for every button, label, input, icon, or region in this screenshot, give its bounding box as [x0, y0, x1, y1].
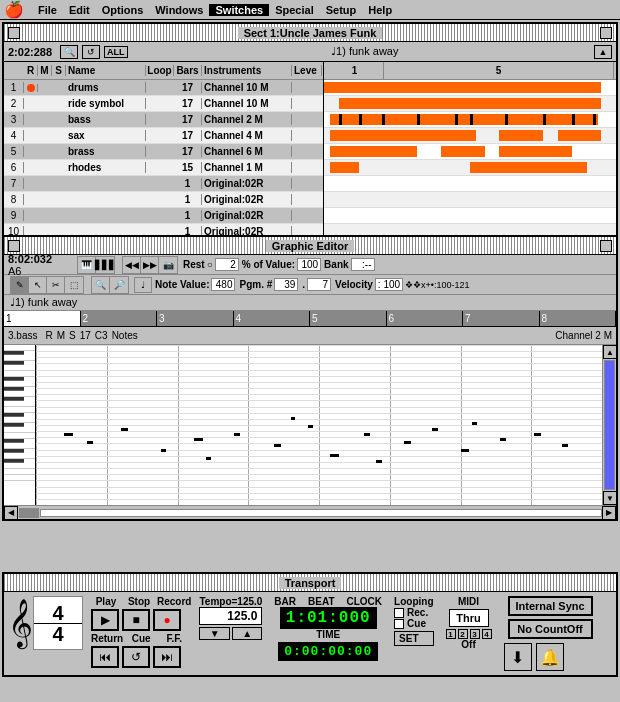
- sect-toolbar: 2:02:288 🔍 ↺ ALL ♩1) funk away ▲: [4, 42, 616, 62]
- menu-setup[interactable]: Setup: [320, 4, 363, 16]
- pattern-row[interactable]: [324, 176, 616, 192]
- menu-options[interactable]: Options: [96, 4, 150, 16]
- ge-dot7-val[interactable]: 7: [307, 278, 331, 291]
- ge-hscroll-thumb[interactable]: [19, 508, 39, 518]
- record-button[interactable]: ●: [153, 609, 181, 631]
- track-row[interactable]: 81Original:02R: [4, 192, 323, 208]
- ge-hscroll-left[interactable]: ◀: [4, 506, 18, 520]
- ge-scroll-down[interactable]: ▼: [603, 491, 616, 505]
- pattern-row[interactable]: [324, 80, 616, 96]
- piano-key[interactable]: [4, 475, 35, 481]
- pattern-row[interactable]: [324, 112, 616, 128]
- track-row[interactable]: 6rhodes15Channel 1 M: [4, 160, 323, 176]
- pattern-row[interactable]: [324, 160, 616, 176]
- track-bars: 15: [174, 162, 202, 173]
- ge-vel-val[interactable]: : 100: [375, 278, 403, 291]
- ge-tool-arrow[interactable]: ↖: [29, 277, 47, 293]
- ge-hscroll-right[interactable]: ▶: [602, 506, 616, 520]
- ge-zoom-tools: 🔍 🔎: [91, 276, 129, 294]
- midi-label: MIDI: [458, 596, 479, 607]
- track-row[interactable]: 71Original:02R: [4, 176, 323, 192]
- pattern-row[interactable]: [324, 144, 616, 160]
- tempo-value[interactable]: 125.0: [199, 607, 262, 625]
- pattern-row[interactable]: [324, 96, 616, 112]
- ge-bank-val[interactable]: :--: [351, 258, 375, 271]
- track-bars: 1: [174, 210, 202, 221]
- ge-tool-erase[interactable]: ⬚: [65, 277, 83, 293]
- ge-scroll-thumb[interactable]: [604, 360, 615, 490]
- menu-windows[interactable]: Windows: [149, 4, 209, 16]
- pattern-ruler: 1 5: [324, 62, 616, 80]
- track-row[interactable]: 91Original:02R: [4, 208, 323, 224]
- loop-cue-checkbox[interactable]: [394, 619, 404, 629]
- menu-edit[interactable]: Edit: [63, 4, 96, 16]
- ge-tool-note[interactable]: ♩: [134, 277, 152, 293]
- ge-noteval-val[interactable]: 480: [211, 278, 235, 291]
- track-rec[interactable]: [24, 84, 38, 92]
- track-row[interactable]: 2ride symbol17Channel 10 M: [4, 96, 323, 112]
- col-level: Leve: [292, 65, 322, 76]
- note-block: [404, 441, 411, 444]
- all-button[interactable]: ALL: [104, 46, 128, 58]
- ge-tool-next[interactable]: ▶▶: [141, 257, 159, 273]
- tempo-up[interactable]: ▲: [232, 627, 262, 640]
- play-button[interactable]: ▶: [91, 609, 119, 631]
- ge-rest-val[interactable]: 2: [215, 258, 239, 271]
- ge-tools-nav: ◀◀ ▶▶ 📷: [122, 256, 178, 274]
- track-row[interactable]: 4sax17Channel 4 M: [4, 128, 323, 144]
- ge-tool-bars[interactable]: ▋▋▋: [96, 257, 114, 273]
- download-icon-2[interactable]: 🔔: [536, 643, 564, 671]
- track-rows: 1drums17Channel 10 M2ride symbol17Channe…: [4, 80, 323, 240]
- ge-tool-pencil[interactable]: ✎: [11, 277, 29, 293]
- ge-tool-zoom-in[interactable]: 🔍: [92, 277, 110, 293]
- apple-menu-icon[interactable]: 🍎: [4, 0, 24, 19]
- ge-tool-prev[interactable]: ◀◀: [123, 257, 141, 273]
- pattern-rows: [324, 80, 616, 240]
- ge-tool-camera[interactable]: 📷: [159, 257, 177, 273]
- ge-tool-scissors[interactable]: ✂: [47, 277, 65, 293]
- no-count-off-button[interactable]: No CountOff: [508, 619, 593, 639]
- ge-roll[interactable]: [36, 345, 602, 505]
- pattern-row[interactable]: [324, 128, 616, 144]
- ge-pct-val[interactable]: 100: [297, 258, 321, 271]
- ge-func-row: ♩1) funk away: [4, 295, 616, 311]
- search-btn[interactable]: 🔍: [60, 45, 78, 59]
- grid-hline: [36, 413, 602, 414]
- set-button[interactable]: SET: [394, 631, 433, 646]
- track-row[interactable]: 1drums17Channel 10 M: [4, 80, 323, 96]
- loop-rec-checkbox[interactable]: [394, 608, 404, 618]
- pattern-row[interactable]: [324, 208, 616, 224]
- ge-hscroll-track[interactable]: [40, 509, 602, 517]
- ge-tool-piano[interactable]: 🎹: [78, 257, 96, 273]
- pattern-block: [499, 130, 543, 141]
- ge-pgm-val[interactable]: 39: [274, 278, 298, 291]
- menu-help[interactable]: Help: [362, 4, 398, 16]
- tempo-down[interactable]: ▼: [199, 627, 229, 640]
- menu-file[interactable]: File: [32, 4, 63, 16]
- cue-button[interactable]: ↺: [122, 646, 150, 668]
- ge-scroll-up[interactable]: ▲: [603, 345, 616, 359]
- download-icon-1[interactable]: ⬇: [504, 643, 532, 671]
- zoom-box[interactable]: [600, 27, 612, 39]
- track-row[interactable]: 5brass17Channel 6 M: [4, 144, 323, 160]
- track-num: 5: [4, 146, 24, 157]
- ge-dot7-label: .: [302, 279, 305, 290]
- pattern-row[interactable]: [324, 192, 616, 208]
- ge-tool-zoom-out[interactable]: 🔎: [110, 277, 128, 293]
- close-box[interactable]: [8, 27, 20, 39]
- return-button[interactable]: ⏮: [91, 646, 119, 668]
- ff-button[interactable]: ⏭: [153, 646, 181, 668]
- sect-scroll-up[interactable]: ▲: [594, 45, 612, 59]
- ge-noteval-param: Note Value: 480: [155, 278, 235, 291]
- grid-hline: [36, 376, 602, 377]
- menu-special[interactable]: Special: [269, 4, 320, 16]
- time-sig-top: 4: [52, 603, 63, 623]
- internal-sync-button[interactable]: Internal Sync: [508, 596, 593, 616]
- track-row[interactable]: 3bass17Channel 2 M: [4, 112, 323, 128]
- ge-zoom[interactable]: [600, 240, 612, 252]
- loop-btn[interactable]: ↺: [82, 45, 100, 59]
- ge-vscroll: ▲ ▼: [602, 345, 616, 505]
- ge-close[interactable]: [8, 240, 20, 252]
- menu-switches[interactable]: Switches: [209, 4, 269, 16]
- stop-button[interactable]: ■: [122, 609, 150, 631]
